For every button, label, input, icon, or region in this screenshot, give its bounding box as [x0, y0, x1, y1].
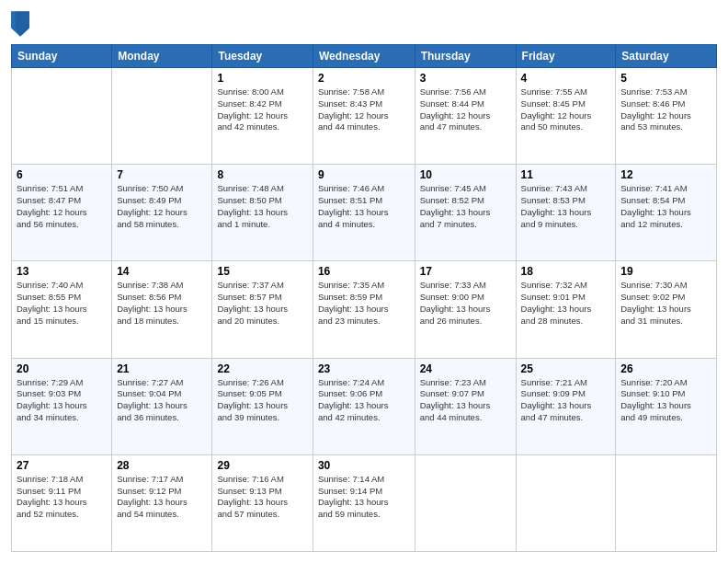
day-info: Sunrise: 7:58 AMSunset: 8:43 PMDaylight:…	[318, 86, 410, 133]
day-info: Sunrise: 7:16 AMSunset: 9:13 PMDaylight:…	[217, 474, 307, 521]
calendar-cell: 12Sunrise: 7:41 AMSunset: 8:54 PMDayligh…	[616, 165, 717, 261]
calendar-cell: 20Sunrise: 7:29 AMSunset: 9:03 PMDayligh…	[12, 358, 112, 454]
week-row-1: 1Sunrise: 8:00 AMSunset: 8:42 PMDaylight…	[12, 68, 717, 165]
page: SundayMondayTuesdayWednesdayThursdayFrid…	[0, 0, 728, 563]
calendar-cell: 5Sunrise: 7:53 AMSunset: 8:46 PMDaylight…	[616, 68, 717, 165]
calendar-cell: 16Sunrise: 7:35 AMSunset: 8:59 PMDayligh…	[313, 261, 415, 358]
day-number: 18	[521, 265, 611, 278]
day-number: 11	[521, 168, 611, 181]
day-info: Sunrise: 7:38 AMSunset: 8:56 PMDaylight:…	[117, 280, 207, 327]
week-row-4: 20Sunrise: 7:29 AMSunset: 9:03 PMDayligh…	[12, 358, 717, 454]
day-number: 25	[521, 362, 611, 375]
calendar-cell: 25Sunrise: 7:21 AMSunset: 9:09 PMDayligh…	[516, 358, 616, 454]
day-number: 15	[217, 265, 307, 278]
calendar-cell: 24Sunrise: 7:23 AMSunset: 9:07 PMDayligh…	[415, 358, 516, 454]
day-number: 5	[620, 72, 711, 85]
week-row-2: 6Sunrise: 7:51 AMSunset: 8:47 PMDaylight…	[12, 165, 717, 261]
day-info: Sunrise: 7:41 AMSunset: 8:54 PMDaylight:…	[620, 183, 711, 230]
calendar-cell: 2Sunrise: 7:58 AMSunset: 8:43 PMDaylight…	[313, 68, 415, 165]
logo-icon	[11, 11, 29, 37]
day-info: Sunrise: 7:26 AMSunset: 9:05 PMDaylight:…	[217, 377, 307, 424]
header-cell-thursday: Thursday	[415, 45, 516, 68]
calendar-cell: 26Sunrise: 7:20 AMSunset: 9:10 PMDayligh…	[616, 358, 717, 454]
calendar-cell: 7Sunrise: 7:50 AMSunset: 8:49 PMDaylight…	[112, 165, 212, 261]
calendar-cell: 18Sunrise: 7:32 AMSunset: 9:01 PMDayligh…	[516, 261, 616, 358]
header-cell-saturday: Saturday	[616, 45, 717, 68]
calendar-cell: 4Sunrise: 7:55 AMSunset: 8:45 PMDaylight…	[516, 68, 616, 165]
day-info: Sunrise: 7:30 AMSunset: 9:02 PMDaylight:…	[620, 280, 711, 327]
calendar-cell: 11Sunrise: 7:43 AMSunset: 8:53 PMDayligh…	[516, 165, 616, 261]
day-info: Sunrise: 7:55 AMSunset: 8:45 PMDaylight:…	[521, 86, 611, 133]
calendar-cell: 14Sunrise: 7:38 AMSunset: 8:56 PMDayligh…	[112, 261, 212, 358]
calendar-cell: 3Sunrise: 7:56 AMSunset: 8:44 PMDaylight…	[415, 68, 516, 165]
day-number: 7	[117, 168, 207, 181]
day-info: Sunrise: 7:40 AMSunset: 8:55 PMDaylight:…	[17, 280, 107, 327]
day-info: Sunrise: 7:23 AMSunset: 9:07 PMDaylight:…	[420, 377, 511, 424]
day-number: 13	[17, 265, 107, 278]
day-info: Sunrise: 7:18 AMSunset: 9:11 PMDaylight:…	[17, 474, 107, 521]
day-info: Sunrise: 7:21 AMSunset: 9:09 PMDaylight:…	[521, 377, 611, 424]
day-number: 4	[521, 72, 611, 85]
calendar-cell: 9Sunrise: 7:46 AMSunset: 8:51 PMDaylight…	[313, 165, 415, 261]
day-number: 27	[17, 459, 107, 472]
calendar-cell: 13Sunrise: 7:40 AMSunset: 8:55 PMDayligh…	[12, 261, 112, 358]
day-info: Sunrise: 7:46 AMSunset: 8:51 PMDaylight:…	[318, 183, 410, 230]
week-row-5: 27Sunrise: 7:18 AMSunset: 9:11 PMDayligh…	[12, 454, 717, 551]
header-cell-tuesday: Tuesday	[212, 45, 313, 68]
day-info: Sunrise: 7:32 AMSunset: 9:01 PMDaylight:…	[521, 280, 611, 327]
day-info: Sunrise: 7:33 AMSunset: 9:00 PMDaylight:…	[420, 280, 511, 327]
header-row: SundayMondayTuesdayWednesdayThursdayFrid…	[12, 45, 717, 68]
calendar-cell: 6Sunrise: 7:51 AMSunset: 8:47 PMDaylight…	[12, 165, 112, 261]
calendar-cell: 8Sunrise: 7:48 AMSunset: 8:50 PMDaylight…	[212, 165, 313, 261]
day-number: 3	[420, 72, 511, 85]
day-info: Sunrise: 7:35 AMSunset: 8:59 PMDaylight:…	[318, 280, 410, 327]
calendar-cell	[415, 454, 516, 551]
calendar-cell	[112, 68, 212, 165]
day-info: Sunrise: 7:20 AMSunset: 9:10 PMDaylight:…	[620, 377, 711, 424]
calendar-cell: 17Sunrise: 7:33 AMSunset: 9:00 PMDayligh…	[415, 261, 516, 358]
day-info: Sunrise: 7:51 AMSunset: 8:47 PMDaylight:…	[17, 183, 107, 230]
day-number: 26	[620, 362, 711, 375]
calendar-cell: 21Sunrise: 7:27 AMSunset: 9:04 PMDayligh…	[112, 358, 212, 454]
calendar-cell: 27Sunrise: 7:18 AMSunset: 9:11 PMDayligh…	[12, 454, 112, 551]
day-info: Sunrise: 7:14 AMSunset: 9:14 PMDaylight:…	[318, 474, 410, 521]
day-number: 2	[318, 72, 410, 85]
day-info: Sunrise: 7:53 AMSunset: 8:46 PMDaylight:…	[620, 86, 711, 133]
calendar-cell: 30Sunrise: 7:14 AMSunset: 9:14 PMDayligh…	[313, 454, 415, 551]
day-number: 10	[420, 168, 511, 181]
calendar-cell: 15Sunrise: 7:37 AMSunset: 8:57 PMDayligh…	[212, 261, 313, 358]
day-info: Sunrise: 7:27 AMSunset: 9:04 PMDaylight:…	[117, 377, 207, 424]
day-number: 6	[17, 168, 107, 181]
day-number: 28	[117, 459, 207, 472]
day-number: 24	[420, 362, 511, 375]
day-number: 30	[318, 459, 410, 472]
calendar-cell	[516, 454, 616, 551]
calendar-table: SundayMondayTuesdayWednesdayThursdayFrid…	[11, 44, 717, 552]
day-info: Sunrise: 7:29 AMSunset: 9:03 PMDaylight:…	[17, 377, 107, 424]
day-number: 29	[217, 459, 307, 472]
day-info: Sunrise: 7:24 AMSunset: 9:06 PMDaylight:…	[318, 377, 410, 424]
header	[11, 11, 717, 37]
calendar-cell	[616, 454, 717, 551]
day-info: Sunrise: 7:50 AMSunset: 8:49 PMDaylight:…	[117, 183, 207, 230]
calendar-cell: 29Sunrise: 7:16 AMSunset: 9:13 PMDayligh…	[212, 454, 313, 551]
calendar-cell: 28Sunrise: 7:17 AMSunset: 9:12 PMDayligh…	[112, 454, 212, 551]
calendar-cell	[12, 68, 112, 165]
day-number: 14	[117, 265, 207, 278]
day-number: 19	[620, 265, 711, 278]
day-info: Sunrise: 8:00 AMSunset: 8:42 PMDaylight:…	[217, 86, 307, 133]
day-info: Sunrise: 7:17 AMSunset: 9:12 PMDaylight:…	[117, 474, 207, 521]
day-number: 9	[318, 168, 410, 181]
day-info: Sunrise: 7:56 AMSunset: 8:44 PMDaylight:…	[420, 86, 511, 133]
day-number: 21	[117, 362, 207, 375]
header-cell-sunday: Sunday	[12, 45, 112, 68]
day-number: 20	[17, 362, 107, 375]
header-cell-friday: Friday	[516, 45, 616, 68]
calendar-cell: 10Sunrise: 7:45 AMSunset: 8:52 PMDayligh…	[415, 165, 516, 261]
week-row-3: 13Sunrise: 7:40 AMSunset: 8:55 PMDayligh…	[12, 261, 717, 358]
day-number: 17	[420, 265, 511, 278]
day-number: 1	[217, 72, 307, 85]
logo	[11, 11, 31, 37]
day-info: Sunrise: 7:43 AMSunset: 8:53 PMDaylight:…	[521, 183, 611, 230]
day-number: 22	[217, 362, 307, 375]
